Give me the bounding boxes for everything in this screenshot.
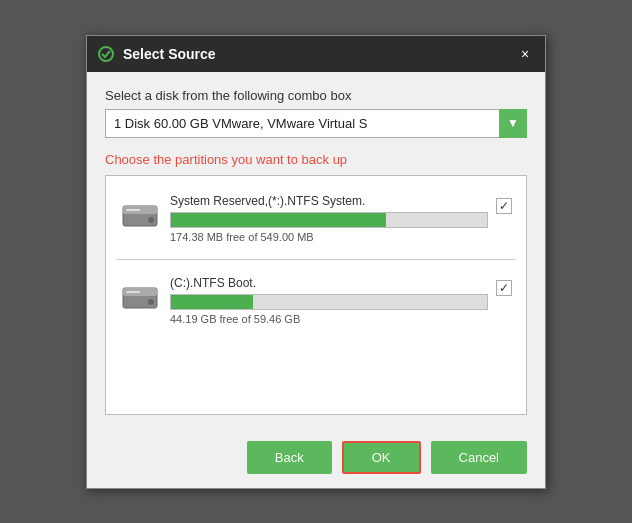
partition-name-1: System Reserved,(*:).NTFS System. (170, 194, 488, 208)
partitions-box: System Reserved,(*:).NTFS System. 174.38… (105, 175, 527, 415)
partition-checkbox-1[interactable] (496, 198, 512, 214)
partition-name-2: (C:).NTFS Boot. (170, 276, 488, 290)
partition-section-label: Choose the partitions you want to back u… (105, 152, 527, 167)
partition-size-1: 174.38 MB free of 549.00 MB (170, 231, 488, 243)
close-button[interactable]: × (515, 44, 535, 64)
partition-info-2: (C:).NTFS Boot. 44.19 GB free of 59.46 G… (170, 276, 488, 325)
disk-selector-label: Select a disk from the following combo b… (105, 88, 527, 103)
disk-dropdown[interactable]: 1 Disk 60.00 GB VMware, VMware Virtual S (105, 109, 527, 138)
svg-rect-8 (126, 291, 140, 293)
dialog-title: Select Source (123, 46, 515, 62)
partition-checkbox-2[interactable] (496, 280, 512, 296)
progress-bar-bg-1 (170, 212, 488, 228)
cancel-button[interactable]: Cancel (431, 441, 527, 474)
partition-divider (116, 259, 516, 260)
progress-bar-bg-2 (170, 294, 488, 310)
dialog-content: Select a disk from the following combo b… (87, 72, 545, 431)
svg-point-3 (148, 217, 154, 223)
partition-item-1: System Reserved,(*:).NTFS System. 174.38… (116, 186, 516, 251)
svg-rect-4 (126, 209, 140, 211)
partition-item-2: (C:).NTFS Boot. 44.19 GB free of 59.46 G… (116, 268, 516, 333)
checkbox-2[interactable] (496, 280, 512, 296)
ok-button[interactable]: OK (342, 441, 421, 474)
disk-dropdown-wrapper: 1 Disk 60.00 GB VMware, VMware Virtual S… (105, 109, 527, 138)
svg-point-7 (148, 299, 154, 305)
app-icon (97, 45, 115, 63)
partition-size-2: 44.19 GB free of 59.46 GB (170, 313, 488, 325)
dialog-footer: Back OK Cancel (87, 431, 545, 488)
partition-disk-icon-2 (120, 276, 160, 316)
partition-disk-icon-1 (120, 194, 160, 234)
checkbox-1[interactable] (496, 198, 512, 214)
title-bar: Select Source × (87, 36, 545, 72)
progress-bar-fill-1 (171, 213, 386, 227)
partition-info-1: System Reserved,(*:).NTFS System. 174.38… (170, 194, 488, 243)
svg-point-0 (99, 47, 113, 61)
select-source-dialog: Select Source × Select a disk from the f… (86, 35, 546, 489)
progress-bar-fill-2 (171, 295, 253, 309)
back-button[interactable]: Back (247, 441, 332, 474)
